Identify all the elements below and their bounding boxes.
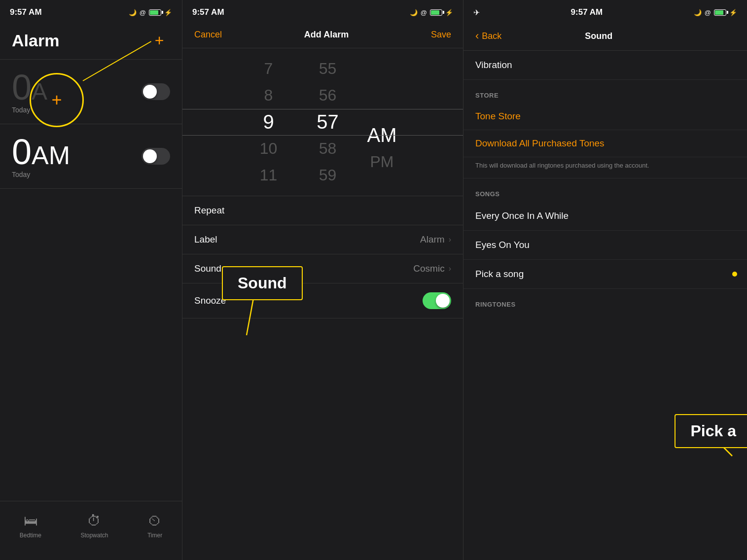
period-am[interactable]: AM (367, 122, 397, 149)
moon-icon-3: 🌙 (694, 9, 702, 16)
toggle-knob-2 (143, 149, 157, 163)
hour-10[interactable]: 10 (260, 136, 278, 162)
snooze-row[interactable]: Snooze (182, 283, 463, 318)
alarm-item-2[interactable]: 0AM Today (0, 124, 182, 189)
min-54[interactable]: 54 (319, 48, 337, 56)
alarm-time-2: 0AM (12, 134, 70, 170)
sound-chevron: › (449, 264, 451, 273)
status-bar-1: 9:57 AM 🌙 @ ⚡ (0, 0, 182, 22)
label-row[interactable]: Label Alarm › (182, 225, 463, 254)
status-bar-2: 9:57 AM 🌙 @ ⚡ (182, 0, 463, 22)
pick-song-label: Pick a song (475, 269, 524, 280)
alarm-sub-1: Today (12, 106, 47, 114)
alarm-time-block-2: 0AM Today (12, 134, 70, 178)
time-picker[interactable]: 6 7 8 9 10 11 12 54 55 56 57 58 59 00 --… (182, 48, 463, 196)
download-all-link[interactable]: Download All Purchased Tones (463, 130, 747, 157)
cancel-button[interactable]: Cancel (194, 30, 222, 40)
snooze-toggle[interactable] (423, 292, 451, 309)
alarm-title: Alarm (12, 31, 59, 50)
sound-nav: ‹ Back Sound (463, 22, 747, 51)
vibration-row[interactable]: Vibration (463, 51, 747, 80)
alarm-list-panel: 9:57 AM 🌙 @ ⚡ Alarm + + 0A Today (0, 0, 182, 560)
add-alarm-button[interactable]: + (148, 30, 170, 51)
status-time-3: 9:57 AM (571, 7, 603, 17)
plus-icon: + (155, 33, 164, 48)
min-59[interactable]: 59 (319, 162, 337, 189)
charging-icon-2: ⚡ (445, 9, 453, 16)
add-alarm-title: Add Alarm (304, 30, 349, 40)
repeat-row[interactable]: Repeat (182, 196, 463, 225)
stopwatch-icon: ⏱ (87, 513, 101, 529)
tab-bedtime[interactable]: 🛏 Bedtime (20, 513, 41, 539)
pick-annotation-box: Pick a (675, 414, 747, 448)
svg-line-1 (705, 429, 732, 456)
timer-icon: ⏲ (148, 513, 162, 529)
sound-row[interactable]: Sound Cosmic › (182, 254, 463, 283)
battery-icon (149, 9, 161, 16)
tab-stopwatch[interactable]: ⏱ Stopwatch (80, 513, 108, 539)
sound-value-text: Cosmic (413, 263, 444, 274)
battery-icon-3 (714, 9, 726, 16)
status-time-1: 9:57 AM (10, 7, 42, 17)
repeat-label: Repeat (194, 205, 224, 216)
hour-6[interactable]: 6 (264, 48, 273, 56)
song-eyes-on-you[interactable]: Eyes On You (463, 231, 747, 260)
back-chevron-icon: ‹ (475, 30, 479, 42)
snooze-label: Snooze (194, 295, 226, 306)
alarm-toggle-2[interactable] (142, 148, 170, 165)
min-55[interactable]: 55 (319, 56, 337, 82)
minutes-column[interactable]: 54 55 56 57 58 59 00 (298, 48, 357, 196)
label-value: Alarm › (420, 234, 451, 245)
sound-label: Sound (194, 263, 221, 274)
alarm-time-1: 0A (12, 70, 47, 105)
min-56[interactable]: 56 (319, 82, 337, 109)
store-section-header: STORE (463, 80, 747, 103)
add-alarm-panel: 9:57 AM 🌙 @ ⚡ Cancel Add Alarm Save 6 7 … (182, 0, 463, 560)
tone-store-link[interactable]: Tone Store (463, 103, 747, 130)
hour-8[interactable]: 8 (264, 82, 273, 109)
sound-nav-title: Sound (585, 31, 612, 41)
tab-stopwatch-label: Stopwatch (80, 532, 108, 539)
min-58[interactable]: 58 (319, 136, 337, 162)
moon-icon: 🌙 (129, 9, 137, 16)
tab-timer-label: Timer (147, 532, 162, 539)
bedtime-icon: 🛏 (24, 513, 37, 529)
tab-bedtime-label: Bedtime (20, 532, 41, 539)
status-icons-2: 🌙 @ ⚡ (410, 9, 453, 16)
hour-9[interactable]: 9 (263, 109, 274, 136)
status-icons-1: 🌙 @ ⚡ (129, 9, 172, 16)
songs-section-header: SONGS (463, 178, 747, 202)
pick-song-dot-annotation (732, 272, 737, 277)
pick-song-item[interactable]: Pick a song (463, 260, 747, 289)
battery-icon-2 (430, 9, 442, 16)
period-pm[interactable]: PM (370, 149, 394, 175)
lock-icon-3: @ (705, 9, 711, 16)
status-bar-3: ✈ 9:57 AM 🌙 @ ⚡ (463, 0, 747, 22)
charging-icon: ⚡ (164, 9, 172, 16)
ringtones-section-header: RINGTONES (463, 289, 747, 312)
alarm-toggle-1[interactable] (142, 83, 170, 100)
song-every-once[interactable]: Every Once In A While (463, 202, 747, 231)
vibration-label: Vibration (475, 60, 512, 70)
snooze-toggle-knob (436, 294, 450, 308)
song-every-once-label: Every Once In A While (475, 210, 569, 221)
lock-icon: @ (140, 9, 146, 16)
alarm-time-block-1: 0A Today (12, 70, 47, 114)
hours-column[interactable]: 6 7 8 9 10 11 12 (239, 48, 298, 196)
back-button[interactable]: ‹ Back (475, 30, 501, 42)
alarm-item-1[interactable]: 0A Today (0, 60, 182, 124)
hour-11[interactable]: 11 (260, 162, 278, 189)
ampm-column[interactable]: -- -- -- AM PM -- (357, 48, 407, 196)
min-57[interactable]: 57 (317, 109, 339, 136)
label-chevron: › (449, 235, 451, 244)
tab-timer[interactable]: ⏲ Timer (147, 513, 162, 539)
airplane-icon: ✈ (473, 8, 480, 17)
hour-7[interactable]: 7 (264, 56, 273, 82)
back-label: Back (482, 31, 501, 41)
song-eyes-on-you-label: Eyes On You (475, 240, 530, 250)
sound-value: Cosmic › (413, 263, 451, 274)
status-time-2: 9:57 AM (192, 7, 224, 17)
sound-settings-panel: ✈ 9:57 AM 🌙 @ ⚡ ‹ Back Sound Vibration S… (463, 0, 747, 560)
save-button[interactable]: Save (431, 30, 451, 40)
label-value-text: Alarm (420, 234, 445, 245)
